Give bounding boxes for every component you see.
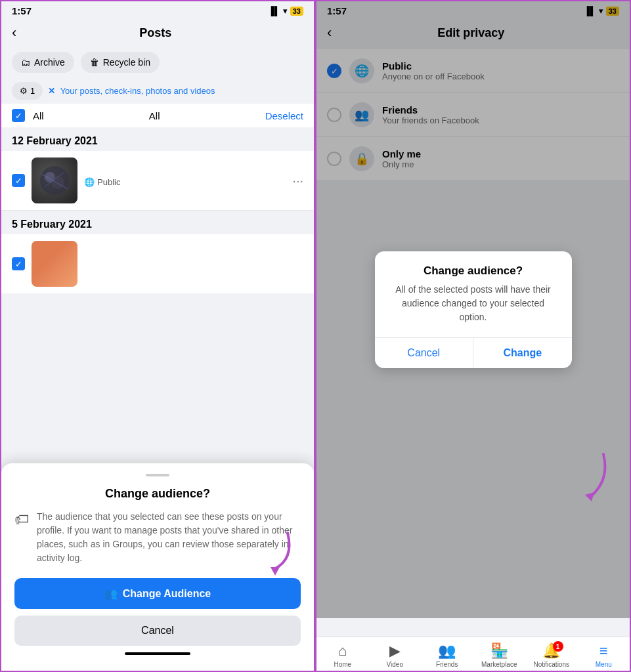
check-icon: ✓ [15,176,22,186]
post1-more-button[interactable]: ··· [292,173,303,188]
modal-title: Change audience? [375,251,572,283]
select-all-label: All [52,110,257,121]
archive-button[interactable]: 🗂 Archive [12,52,74,73]
left-status-icons: ▐▌ ▾ 33 [268,6,303,16]
post2-thumbnail [32,241,77,287]
archive-icon: 🗂 [21,57,30,68]
menu-label: Menu [596,661,612,668]
right-panel: 1:57 ▐▌ ▾ 33 ‹ Edit privacy ✓ 🌐 Public A… [315,0,631,672]
left-battery: 33 [290,7,303,16]
select-label: All [33,110,44,121]
marketplace-label: Marketplace [481,661,517,668]
date-section-2: 5 February 2021 [1,211,314,234]
nav-item-home[interactable]: ⌂ Home [316,642,369,668]
filter-bar: ⚙ 1 ✕ Your posts, check-ins, photos and … [1,78,314,104]
notification-badge: 1 [553,641,563,652]
deselect-button[interactable]: Deselect [265,110,303,121]
svg-point-2 [51,176,64,189]
nav-item-friends[interactable]: 👥 Friends [421,642,473,668]
check-icon: ✓ [15,111,22,121]
globe-icon: 🌐 [84,177,95,187]
svg-marker-6 [585,492,594,501]
home-label: Home [334,661,351,668]
archive-label: Archive [34,57,65,68]
people-icon: 👥 [104,587,118,600]
nav-item-video[interactable]: ▶ Video [369,642,422,668]
left-panel: 1:57 ▐▌ ▾ 33 ‹ Posts 🗂 Archive 🗑 Recycle… [0,0,315,672]
modal-overlay: Change audience? All of the selected pos… [316,1,630,618]
filter-count: 1 [30,86,35,96]
notifications-label: Notifications [534,661,569,668]
post1-privacy: 🌐 Public [84,177,286,187]
friends-nav-label: Friends [436,661,458,668]
table-row[interactable]: ✓ 🌐 Public ··· [1,151,314,211]
change-audience-sheet: Change audience? 🏷 The audience that you… [1,463,314,671]
recycle-bin-label: Recycle bin [103,57,150,68]
left-time: 1:57 [12,5,32,16]
left-status-bar: 1:57 ▐▌ ▾ 33 [1,1,314,19]
table-row[interactable]: ✓ [1,234,314,293]
home-icon: ⌂ [338,642,347,660]
nav-item-menu[interactable]: ≡ Menu [578,642,630,668]
post2-checkbox[interactable]: ✓ [12,257,25,270]
change-audience-modal: Change audience? All of the selected pos… [375,251,572,368]
tag-icon: 🏷 [14,511,29,565]
left-nav-bar: ‹ Posts [1,19,314,47]
menu-icon: ≡ [599,642,608,660]
modal-change-button[interactable]: Change [473,338,572,368]
modal-body: All of the selected posts will have thei… [375,283,572,337]
home-indicator [125,652,190,655]
marketplace-icon: 🏪 [490,642,508,660]
cancel-sheet-button[interactable]: Cancel [14,616,301,646]
left-back-button[interactable]: ‹ [12,24,16,41]
post1-checkbox[interactable]: ✓ [12,174,25,187]
post1-thumbnail [32,158,77,203]
sheet-title: Change audience? [14,487,301,501]
sheet-handle [146,474,169,476]
left-toolbar: 🗂 Archive 🗑 Recycle bin [1,47,314,78]
post1-info: 🌐 Public [84,175,286,187]
filter-count-badge[interactable]: ⚙ 1 [12,82,43,100]
check-icon: ✓ [15,259,22,269]
date-header-2: 5 February 2021 [1,211,314,234]
nav-item-notifications[interactable]: 🔔 1 Notifications [525,642,578,668]
date-header-1: 12 February 2021 [1,127,314,151]
nav-item-marketplace[interactable]: 🏪 Marketplace [473,642,526,668]
video-label: Video [387,661,403,668]
sheet-body-text: The audience that you selected can see t… [37,510,301,565]
filter-text: ✕ Your posts, check-ins, photos and vide… [48,86,303,96]
select-all-bar: ✓ All All Deselect [1,104,314,127]
friends-nav-icon: 👥 [438,642,456,660]
select-all-checkbox[interactable]: ✓ [12,109,25,122]
filter-icon: ⚙ [20,86,28,96]
trash-icon: 🗑 [90,57,99,68]
change-audience-button[interactable]: 👥 Change Audience [14,578,301,609]
modal-actions: Cancel Change [375,337,572,368]
bottom-nav: ⌂ Home ▶ Video 👥 Friends 🏪 Marketplace 🔔… [316,637,630,671]
signal-icon: ▐▌ [268,6,280,16]
left-page-title: Posts [27,26,284,40]
video-icon: ▶ [389,642,401,660]
sheet-body: 🏷 The audience that you selected can see… [14,510,301,565]
wifi-icon: ▾ [283,6,288,16]
recycle-bin-button[interactable]: 🗑 Recycle bin [81,52,160,73]
change-audience-label: Change Audience [123,588,211,600]
modal-cancel-button[interactable]: Cancel [375,338,474,368]
